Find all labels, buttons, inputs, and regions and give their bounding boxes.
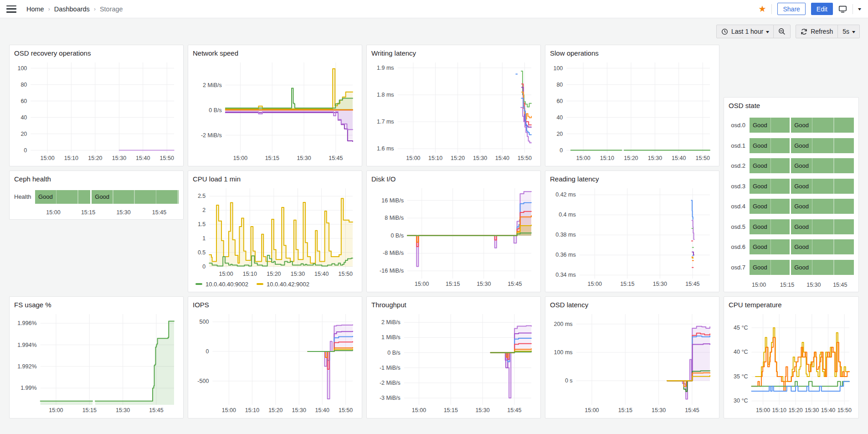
panel-title[interactable]: OSD recovery operations [14,48,179,58]
svg-text:1 MiB/s: 1 MiB/s [381,334,401,341]
panel-iops: IOPS 15:0015:1015:2015:3015:4015:505000-… [188,296,362,418]
breadcrumb-storage: Storage [100,5,123,13]
svg-text:15:15: 15:15 [82,407,97,413]
svg-text:15:00: 15:00 [415,281,429,287]
panel-title[interactable]: Network speed [193,48,357,58]
panel-title[interactable]: Slow operations [550,48,714,58]
svg-text:15:20: 15:20 [267,271,281,277]
panel-title[interactable]: CPU temperature [729,300,854,310]
panel-title[interactable]: FS usage % [14,300,179,310]
osd-state-row: osd.2GoodGood [729,158,854,173]
chart-svg: 15:0015:1515:3015:452 MiB/s1 MiB/s0 B/s-… [371,310,536,415]
svg-text:80: 80 [21,82,27,88]
svg-text:15:40: 15:40 [495,155,509,161]
panel-title[interactable]: OSD latency [550,300,714,310]
breadcrumb-dashboards[interactable]: Dashboards [54,5,90,13]
svg-text:1.99%: 1.99% [21,385,36,391]
svg-text:15:30: 15:30 [292,407,306,413]
svg-text:15:20: 15:20 [788,407,802,413]
status-block-good: Good [35,190,90,204]
svg-text:2 MiB/s: 2 MiB/s [203,82,222,88]
x-axis-tick-label: 15:15 [780,282,794,288]
zoom-out-button[interactable] [774,25,791,38]
panel-fs-usage: FS usage % 15:0015:1515:3015:451.996%1.9… [9,296,184,418]
chart-svg: 15:0015:1515:3015:452 MiB/s0 B/s-2 MiB/s [193,58,357,163]
panel-network-speed: Network speed 15:0015:1515:3015:452 MiB/… [188,45,362,166]
chart-cpu-load[interactable]: 15:0015:1015:2015:3015:4015:5000.511.522… [193,184,357,279]
status-blocks: GoodGood [750,260,854,275]
svg-text:1.9 ms: 1.9 ms [377,65,394,71]
chart-osd-recovery-operations[interactable]: 15:0015:1015:2015:3015:4015:500204060801… [14,58,179,163]
svg-text:1.5: 1.5 [198,221,205,227]
chart-osd-latency[interactable]: 15:0015:1515:3015:45200 ms100 ms0 s [550,310,714,415]
chart-svg: 15:0015:1015:2015:3015:4015:500204060801… [14,58,179,163]
svg-text:0 B/s: 0 B/s [387,350,401,356]
svg-text:15:50: 15:50 [837,407,852,413]
svg-text:40: 40 [556,114,563,121]
svg-text:200 ms: 200 ms [554,321,573,327]
menu-icon[interactable] [6,5,16,13]
refresh-interval-picker[interactable]: 5s ▾ [838,25,860,38]
chart-network-speed[interactable]: 15:0015:1515:3015:452 MiB/s0 B/s-2 MiB/s [193,58,357,163]
chart-svg: 15:0015:1015:2015:3015:4015:500204060801… [550,58,714,163]
panel-title[interactable]: Writing latency [371,48,536,58]
chart-throughput[interactable]: 15:0015:1515:3015:452 MiB/s1 MiB/s0 B/s-… [371,310,536,415]
chart-cpu-temperature[interactable]: 15:0015:1015:2015:3015:4015:5045 °C40 °C… [729,310,854,415]
panel-title[interactable]: CPU load 1 min [193,174,357,184]
chart-writing-latency[interactable]: 15:0015:1015:2015:3015:4015:501.9 ms1.8 … [371,58,536,163]
svg-text:15:15: 15:15 [620,281,634,287]
legend-swatch-icon [257,283,263,285]
status-blocks: GoodGood [750,179,854,194]
status-row-label: osd.4 [729,203,750,210]
chart-iops[interactable]: 15:0015:1015:2015:3015:4015:505000-500 [193,310,357,415]
refresh-button[interactable]: Refresh [796,25,838,38]
svg-text:0.5: 0.5 [198,249,205,256]
panel-title[interactable]: Disk I/O [371,174,536,184]
panel-title[interactable]: Throughput [371,300,536,310]
status-block-good: Good [750,138,790,153]
panel-title[interactable]: Reading latency [550,174,714,184]
svg-text:-3 MiB/s: -3 MiB/s [380,395,401,401]
navbar-chevron-down-icon[interactable]: ▾ [858,6,861,11]
panel-osd-state: OSD state osd.0GoodGoodosd.1GoodGoodosd.… [724,97,859,292]
tv-mode-icon[interactable] [838,5,847,13]
svg-text:500: 500 [200,319,209,325]
panel-slow-operations: Slow operations 15:0015:1015:2015:3015:4… [545,45,719,166]
time-range-label: Last 1 hour [731,28,763,35]
favorite-star-icon[interactable]: ★ [758,5,766,13]
osd-state-row: osd.4GoodGood [729,199,854,214]
ceph-health-body: Health Good Good [14,184,179,207]
status-row-label: Health [14,193,35,200]
svg-text:15:30: 15:30 [477,281,491,287]
chart-slow-operations[interactable]: 15:0015:1015:2015:3015:4015:500204060801… [550,58,714,163]
svg-text:15:45: 15:45 [149,407,163,413]
chevron-down-icon: ▾ [852,29,855,34]
edit-button[interactable]: Edit [811,3,833,15]
share-button[interactable]: Share [777,3,805,15]
svg-text:0: 0 [205,348,209,355]
panel-title[interactable]: OSD state [729,101,854,111]
svg-text:15:45: 15:45 [685,407,699,413]
legend-item[interactable]: 10.0.40.42:9002 [257,281,309,288]
panel-title[interactable]: IOPS [193,300,357,310]
svg-text:0: 0 [560,147,563,154]
svg-text:100 ms: 100 ms [554,349,573,356]
legend-label: 10.0.40.42:9002 [267,281,309,288]
divider [771,4,772,14]
svg-text:15:00: 15:00 [222,407,236,413]
chart-svg: 15:0015:1515:3015:45200 ms100 ms0 s [550,310,714,415]
chart-fs-usage[interactable]: 15:0015:1515:3015:451.996%1.994%1.992%1.… [14,310,179,415]
status-row-label: osd.6 [729,243,750,250]
legend-item[interactable]: 10.0.40.40:9002 [195,281,248,288]
chart-svg: 15:0015:1515:3015:4516 MiB/s8 MiB/s0 B/s… [371,184,536,289]
svg-text:80: 80 [556,82,563,88]
breadcrumb-home[interactable]: Home [26,5,44,13]
chart-disk-io[interactable]: 15:0015:1515:3015:4516 MiB/s8 MiB/s0 B/s… [371,184,536,289]
chart-reading-latency[interactable]: 15:0015:1515:3015:450.42 ms0.4 ms0.38 ms… [550,184,714,289]
panel-writing-latency: Writing latency 15:0015:1015:2015:3015:4… [366,45,541,166]
panel-title[interactable]: Ceph health [14,174,179,184]
panel-throughput: Throughput 15:0015:1515:3015:452 MiB/s1 … [366,296,541,418]
svg-text:15:30: 15:30 [112,155,126,161]
time-range-picker[interactable]: Last 1 hour ▾ [716,25,774,38]
status-block-good: Good [750,260,790,275]
